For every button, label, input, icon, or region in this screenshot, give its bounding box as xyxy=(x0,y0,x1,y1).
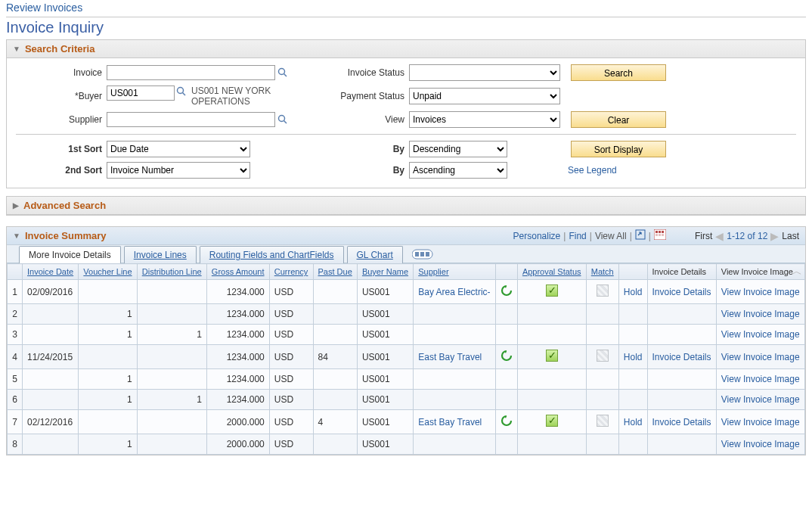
personalize-link[interactable]: Personalize xyxy=(513,231,561,241)
view-invoice-image-link[interactable]: View Invoice Image xyxy=(721,394,800,405)
download-icon[interactable] xyxy=(654,229,666,242)
collapse-icon[interactable]: ▼ xyxy=(13,232,20,240)
sort-display-button[interactable]: Sort Display xyxy=(571,141,666,157)
cell-hold: Hold xyxy=(618,280,647,304)
cell-currency: USD xyxy=(269,390,313,410)
tab-gl-chart[interactable]: GL Chart xyxy=(347,246,403,263)
view-select[interactable]: Invoices xyxy=(409,111,560,128)
second-by-select[interactable]: Ascending xyxy=(409,162,507,179)
first-sort-select[interactable]: Due Date xyxy=(107,141,250,157)
svg-rect-13 xyxy=(662,234,664,236)
first-by-select[interactable]: Descending xyxy=(409,141,507,157)
cell-details xyxy=(647,434,716,455)
cell-past-due xyxy=(313,390,357,410)
cell-buyer: US001 xyxy=(357,369,413,390)
second-sort-select[interactable]: Invoice Number xyxy=(107,162,250,179)
lookup-icon[interactable] xyxy=(277,113,288,126)
approved-icon xyxy=(546,350,558,362)
col-supplier[interactable]: Supplier xyxy=(414,264,496,280)
payment-status-select[interactable]: Unpaid xyxy=(409,88,560,104)
invoice-details-link[interactable]: Invoice Details xyxy=(652,417,711,428)
invoice-input[interactable] xyxy=(107,65,275,80)
col-currency[interactable]: Currency xyxy=(269,264,313,280)
refresh-icon[interactable] xyxy=(501,350,513,362)
zoom-icon[interactable] xyxy=(635,229,646,242)
search-criteria-header[interactable]: ▼ Search Criteria xyxy=(7,40,805,58)
view-invoice-image-link[interactable]: View Invoice Image xyxy=(721,287,800,297)
cell-rownum: 2 xyxy=(8,304,23,325)
cell-hold: Hold xyxy=(618,345,647,369)
invoice-details-link[interactable]: Invoice Details xyxy=(652,287,711,297)
col-gross-amount[interactable]: Gross Amount xyxy=(206,264,269,280)
row-range[interactable]: 1-12 of 12 xyxy=(727,231,767,241)
svg-rect-17 xyxy=(426,252,429,256)
cell-buyer: US001 xyxy=(357,304,413,325)
cell-currency: USD xyxy=(269,304,313,325)
cell-rownum: 3 xyxy=(8,325,23,345)
supplier-link[interactable]: East Bay Travel xyxy=(418,417,482,428)
tab-invoice-lines[interactable]: Invoice Lines xyxy=(124,246,197,263)
next-icon[interactable]: ▶ xyxy=(770,230,779,242)
payment-status-label: Payment Status xyxy=(318,91,409,101)
show-all-columns-icon[interactable] xyxy=(412,248,433,260)
see-legend-link[interactable]: See Legend xyxy=(568,165,617,176)
view-invoice-image-link[interactable]: View Invoice Image xyxy=(721,439,800,449)
lookup-icon[interactable] xyxy=(277,67,288,79)
cell-approval xyxy=(517,325,586,345)
cell-gross: 1234.000 xyxy=(206,280,269,304)
view-invoice-image-link[interactable]: View Invoice Image xyxy=(721,417,800,428)
tab-more-invoice-details[interactable]: More Invoice Details xyxy=(19,246,121,263)
invoice-details-link[interactable]: Invoice Details xyxy=(652,352,711,362)
buyer-label: *Buyer xyxy=(16,91,107,101)
advanced-search-header[interactable]: ▶ Advanced Search xyxy=(7,197,805,215)
view-invoice-image-link[interactable]: View Invoice Image xyxy=(721,374,800,384)
col-invoice-date[interactable]: Invoice Date xyxy=(23,264,79,280)
cell-dist-line: 1 xyxy=(137,390,206,410)
col-buyer-name[interactable]: Buyer Name xyxy=(357,264,413,280)
first-label[interactable]: First xyxy=(695,231,712,241)
hold-link[interactable]: Hold xyxy=(624,287,643,297)
buyer-input[interactable] xyxy=(107,86,175,101)
col-past-due[interactable]: Past Due xyxy=(313,264,357,280)
criteria-body: Invoice Invoice Status Search *Buyer US0… xyxy=(7,58,805,188)
view-invoice-image-link[interactable]: View Invoice Image xyxy=(721,329,800,340)
find-link[interactable]: Find xyxy=(569,231,586,241)
cell-hold xyxy=(618,325,647,345)
lookup-icon[interactable] xyxy=(176,86,187,98)
cell-supplier: Bay Area Electric- xyxy=(414,280,496,304)
supplier-link[interactable]: East Bay Travel xyxy=(418,352,482,362)
table-row: 211234.000USDUS001View Invoice Image xyxy=(8,304,805,325)
view-all-text[interactable]: View All xyxy=(595,231,627,241)
hold-link[interactable]: Hold xyxy=(624,417,643,428)
tab-routing-fields[interactable]: Routing Fields and ChartFields xyxy=(200,246,344,263)
clear-button[interactable]: Clear xyxy=(571,111,666,128)
svg-rect-11 xyxy=(655,234,658,236)
svg-point-0 xyxy=(278,69,284,75)
svg-rect-16 xyxy=(420,252,424,256)
prev-icon[interactable]: ◀ xyxy=(715,230,724,242)
supplier-link[interactable]: Bay Area Electric- xyxy=(418,287,490,297)
col-voucher-line[interactable]: Voucher Line xyxy=(79,264,137,280)
col-dist-line[interactable]: Distribution Line xyxy=(137,264,206,280)
cell-supplier xyxy=(414,434,496,455)
view-invoice-image-link[interactable]: View Invoice Image xyxy=(721,352,800,362)
col-match[interactable]: Match xyxy=(586,264,618,280)
search-button[interactable]: Search xyxy=(571,64,666,81)
breadcrumb[interactable]: Review Invoices xyxy=(0,0,812,17)
approved-icon xyxy=(546,284,558,297)
view-invoice-image-link[interactable]: View Invoice Image xyxy=(721,309,800,319)
refresh-icon[interactable] xyxy=(501,415,513,427)
cell-supplier xyxy=(414,304,496,325)
invoice-status-select[interactable] xyxy=(409,64,560,81)
refresh-icon[interactable] xyxy=(501,284,513,297)
scroll-up-icon[interactable]: ︿ xyxy=(792,263,802,455)
col-rownum xyxy=(8,264,23,280)
cell-details: Invoice Details xyxy=(647,345,716,369)
cell-currency: USD xyxy=(269,434,313,455)
col-approval-status[interactable]: Approval Status xyxy=(517,264,586,280)
supplier-input[interactable] xyxy=(107,112,275,127)
hold-link[interactable]: Hold xyxy=(624,352,643,362)
cell-hold: Hold xyxy=(618,410,647,434)
last-label[interactable]: Last xyxy=(782,231,799,241)
cell-refresh xyxy=(495,345,517,369)
